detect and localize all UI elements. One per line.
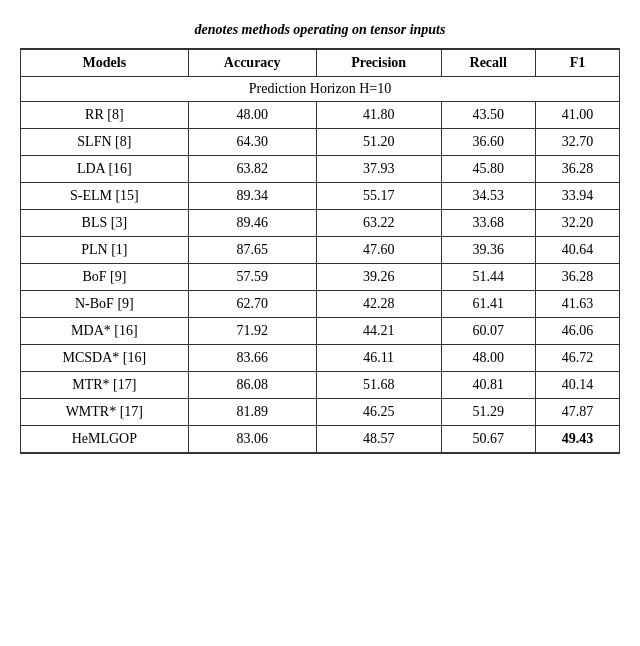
cell-model: MDA* [16] xyxy=(21,317,189,344)
cell-f1: 41.00 xyxy=(535,101,619,128)
cell-recall: 33.68 xyxy=(441,209,535,236)
cell-precision: 51.68 xyxy=(316,371,441,398)
cell-recall: 51.29 xyxy=(441,398,535,425)
cell-f1: 36.28 xyxy=(535,263,619,290)
cell-recall: 60.07 xyxy=(441,317,535,344)
col-header-f1: F1 xyxy=(535,49,619,77)
column-header-row: Models Accuracy Precision Recall F1 xyxy=(21,49,620,77)
cell-model: SLFN [8] xyxy=(21,128,189,155)
table-row: MTR* [17]86.0851.6840.8140.14 xyxy=(21,371,620,398)
cell-f1: 32.20 xyxy=(535,209,619,236)
cell-model: S-ELM [15] xyxy=(21,182,189,209)
col-header-precision: Precision xyxy=(316,49,441,77)
cell-precision: 55.17 xyxy=(316,182,441,209)
cell-f1: 32.70 xyxy=(535,128,619,155)
cell-precision: 46.11 xyxy=(316,344,441,371)
cell-precision: 42.28 xyxy=(316,290,441,317)
cell-precision: 51.20 xyxy=(316,128,441,155)
cell-model: MTR* [17] xyxy=(21,371,189,398)
cell-f1: 40.14 xyxy=(535,371,619,398)
cell-recall: 40.81 xyxy=(441,371,535,398)
table-row: PLN [1]87.6547.6039.3640.64 xyxy=(21,236,620,263)
cell-accuracy: 48.00 xyxy=(188,101,316,128)
table-row: BoF [9]57.5939.2651.4436.28 xyxy=(21,263,620,290)
cell-model: BLS [3] xyxy=(21,209,189,236)
cell-f1: 33.94 xyxy=(535,182,619,209)
title-text: denotes methods operating on tensor inpu… xyxy=(195,22,446,37)
table-row: RR [8]48.0041.8043.5041.00 xyxy=(21,101,620,128)
cell-recall: 50.67 xyxy=(441,425,535,453)
cell-accuracy: 89.46 xyxy=(188,209,316,236)
cell-f1: 36.28 xyxy=(535,155,619,182)
table-title: denotes methods operating on tensor inpu… xyxy=(20,20,620,40)
cell-model: PLN [1] xyxy=(21,236,189,263)
cell-accuracy: 64.30 xyxy=(188,128,316,155)
col-header-models: Models xyxy=(21,49,189,77)
cell-accuracy: 63.82 xyxy=(188,155,316,182)
cell-precision: 63.22 xyxy=(316,209,441,236)
cell-f1: 41.63 xyxy=(535,290,619,317)
cell-precision: 44.21 xyxy=(316,317,441,344)
cell-accuracy: 83.06 xyxy=(188,425,316,453)
cell-accuracy: 71.92 xyxy=(188,317,316,344)
table-container: denotes methods operating on tensor inpu… xyxy=(20,20,620,454)
table-row: S-ELM [15]89.3455.1734.5333.94 xyxy=(21,182,620,209)
cell-f1: 49.43 xyxy=(535,425,619,453)
table-row: MCSDA* [16]83.6646.1148.0046.72 xyxy=(21,344,620,371)
cell-accuracy: 62.70 xyxy=(188,290,316,317)
table-row: WMTR* [17]81.8946.2551.2947.87 xyxy=(21,398,620,425)
cell-recall: 34.53 xyxy=(441,182,535,209)
section-header-row: Prediction Horizon H=10 xyxy=(21,76,620,101)
cell-f1: 46.72 xyxy=(535,344,619,371)
cell-recall: 36.60 xyxy=(441,128,535,155)
section-label: Prediction Horizon H=10 xyxy=(21,76,620,101)
cell-recall: 51.44 xyxy=(441,263,535,290)
cell-model: N-BoF [9] xyxy=(21,290,189,317)
cell-precision: 39.26 xyxy=(316,263,441,290)
col-header-recall: Recall xyxy=(441,49,535,77)
cell-recall: 61.41 xyxy=(441,290,535,317)
cell-f1: 46.06 xyxy=(535,317,619,344)
cell-model: HeMLGOP xyxy=(21,425,189,453)
table-row: SLFN [8]64.3051.2036.6032.70 xyxy=(21,128,620,155)
cell-recall: 45.80 xyxy=(441,155,535,182)
cell-model: LDA [16] xyxy=(21,155,189,182)
table-row: MDA* [16]71.9244.2160.0746.06 xyxy=(21,317,620,344)
cell-accuracy: 86.08 xyxy=(188,371,316,398)
table-row: LDA [16]63.8237.9345.8036.28 xyxy=(21,155,620,182)
cell-precision: 47.60 xyxy=(316,236,441,263)
cell-model: MCSDA* [16] xyxy=(21,344,189,371)
cell-precision: 48.57 xyxy=(316,425,441,453)
cell-f1: 47.87 xyxy=(535,398,619,425)
cell-accuracy: 89.34 xyxy=(188,182,316,209)
col-header-accuracy: Accuracy xyxy=(188,49,316,77)
cell-accuracy: 83.66 xyxy=(188,344,316,371)
cell-model: WMTR* [17] xyxy=(21,398,189,425)
cell-f1: 40.64 xyxy=(535,236,619,263)
cell-accuracy: 57.59 xyxy=(188,263,316,290)
cell-model: RR [8] xyxy=(21,101,189,128)
table-row: HeMLGOP83.0648.5750.6749.43 xyxy=(21,425,620,453)
cell-recall: 39.36 xyxy=(441,236,535,263)
cell-recall: 48.00 xyxy=(441,344,535,371)
results-table: Models Accuracy Precision Recall F1 Pred… xyxy=(20,48,620,454)
cell-accuracy: 87.65 xyxy=(188,236,316,263)
cell-precision: 46.25 xyxy=(316,398,441,425)
cell-recall: 43.50 xyxy=(441,101,535,128)
cell-precision: 41.80 xyxy=(316,101,441,128)
cell-accuracy: 81.89 xyxy=(188,398,316,425)
table-row: N-BoF [9]62.7042.2861.4141.63 xyxy=(21,290,620,317)
cell-model: BoF [9] xyxy=(21,263,189,290)
cell-precision: 37.93 xyxy=(316,155,441,182)
table-row: BLS [3]89.4663.2233.6832.20 xyxy=(21,209,620,236)
